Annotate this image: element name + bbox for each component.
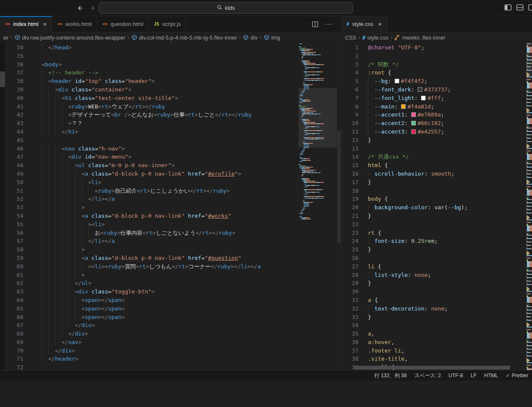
status-item-html[interactable]: HTML (481, 370, 502, 381)
code-line[interactable]: 15html { (341, 161, 526, 170)
status-item--2[interactable]: スペース: 2 (410, 370, 444, 381)
tab-index-html[interactable]: <>index.html× (0, 16, 52, 32)
split-editor-icon[interactable] (312, 21, 319, 28)
code-line[interactable]: 23rt { (341, 229, 526, 237)
code-line[interactable]: 52</li></a (5, 195, 299, 203)
code-line[interactable]: 13 (341, 145, 526, 153)
tab-style-css[interactable]: #style.css× (341, 16, 387, 32)
code-line[interactable]: 6--font_dark: #373737; (341, 85, 526, 94)
close-icon[interactable]: × (43, 21, 46, 27)
code-line[interactable]: 38<header id="top" class="header"> (5, 77, 299, 85)
code-line[interactable]: 31a { (341, 296, 526, 305)
code-line[interactable]: 36<body> (5, 60, 299, 69)
code-line[interactable]: 42>デザイナーって<br />どんなお<ruby>仕事<rt>しごと</rt>… (5, 111, 299, 119)
more-actions-icon[interactable]: ··· (325, 20, 333, 28)
code-line[interactable]: 35 (5, 52, 299, 60)
breadcrumb-item[interactable]: er (3, 34, 9, 41)
code-line[interactable]: 71</header> (5, 355, 299, 363)
code-line[interactable]: 44</h1> (5, 128, 299, 136)
minimap[interactable] (299, 43, 337, 370)
code-line[interactable]: 48<ul class="m-0 p-0 nav-inner"> (5, 161, 299, 170)
code-line[interactable]: 10--accent2: #66c192; (341, 119, 526, 128)
breadcrumb-item[interactable]: div (243, 34, 258, 41)
code-area-index-html[interactable]: 34</head>3536<body>37<!-- header -->38<h… (5, 43, 299, 370)
code-line[interactable]: 24font-size: 0.25rem; (341, 237, 526, 245)
code-line[interactable]: 32text-decoration: none; (341, 305, 526, 313)
toggle-panel-icon[interactable] (516, 4, 523, 13)
code-line[interactable]: 1@charset "UTF-8"; (341, 43, 526, 52)
code-line[interactable]: 65<span></span> (5, 305, 299, 313)
code-line[interactable]: 70</div> (5, 347, 299, 355)
tab-works-html[interactable]: <>works.html (52, 16, 97, 32)
code-line[interactable]: 38.site-title, (341, 355, 526, 363)
search-input[interactable]: kids (99, 2, 353, 14)
color-swatch[interactable] (395, 79, 399, 83)
code-line[interactable]: 43>？？ (5, 119, 299, 128)
breadcrumb-item[interactable]: div.row.justify-content-around.flex-wrap… (14, 34, 125, 41)
breadcrumb-item[interactable]: img (264, 34, 280, 41)
color-swatch[interactable] (411, 112, 416, 117)
status-item-utf-8[interactable]: UTF-8 (445, 370, 467, 381)
breadcrumb-item[interactable]: CSS (345, 34, 356, 41)
code-line[interactable]: 28list-style: none; (341, 271, 526, 279)
code-line[interactable]: 53> (5, 203, 299, 212)
code-line[interactable]: 29} (341, 279, 526, 287)
code-line[interactable]: 8--main: #f4a81d; (341, 102, 526, 111)
code-area-style-css[interactable]: 1@charset "UTF-8";23/* 関数 */4:root {5--b… (341, 43, 526, 370)
code-line[interactable]: 21} (341, 212, 526, 220)
breadcrumb-item[interactable]: #works .flex-inner (394, 34, 445, 41)
code-line[interactable]: 41<ruby>WEB<rt>ウェブ</rt></ruby (5, 102, 299, 111)
code-line[interactable]: 37.footer li, (341, 347, 526, 355)
code-line[interactable]: 64<span></span> (5, 296, 299, 305)
color-swatch[interactable] (418, 87, 422, 92)
color-swatch[interactable] (421, 96, 426, 100)
code-line[interactable]: 34</head> (5, 43, 299, 52)
code-line[interactable]: 18 (341, 187, 526, 195)
code-line[interactable]: 55><li> (5, 220, 299, 229)
code-line[interactable]: 72 (5, 363, 299, 370)
code-line[interactable]: 11--accent3: #e42557; (341, 128, 526, 136)
status-item-prettier[interactable]: ✓Prettier (502, 370, 532, 381)
color-swatch[interactable] (411, 129, 416, 134)
tab-question-html[interactable]: <>question.html (97, 16, 149, 32)
close-icon[interactable]: × (378, 21, 381, 27)
code-line[interactable]: 61> (5, 271, 299, 279)
editor-left[interactable]: 34</head>3536<body>37<!-- header -->38<h… (0, 43, 341, 370)
code-line[interactable]: 7--font_light: #fff; (341, 94, 526, 102)
code-line[interactable]: 66<span></span> (5, 313, 299, 322)
tab-script-js[interactable]: JSscript.js (149, 16, 186, 32)
code-line[interactable]: 54<a class="d-block p-0 nav-link" href="… (5, 212, 299, 220)
code-line[interactable]: 67</div> (5, 321, 299, 330)
code-line[interactable]: 56お<ruby>仕事内容<rt>しごとないよう</rt></ruby> (5, 229, 299, 237)
code-line[interactable]: 4:root { (341, 68, 526, 77)
scrollbar-thumb[interactable] (337, 130, 341, 243)
code-line[interactable]: 57</li></a (5, 237, 299, 245)
back-arrow-icon[interactable] (76, 4, 83, 12)
vertical-scrollbar[interactable] (337, 43, 341, 370)
code-line[interactable]: 22 (341, 220, 526, 229)
code-line[interactable]: 36a:hover, (341, 338, 526, 347)
code-line[interactable]: 37<!-- header --> (5, 68, 299, 77)
code-line[interactable]: 3/* 関数 */ (341, 60, 526, 69)
code-line[interactable]: 33} (341, 313, 526, 322)
code-line[interactable]: 17} (341, 178, 526, 187)
toggle-secondary-sidebar-icon[interactable] (528, 4, 532, 13)
status-item--132-38[interactable]: 行 132、列 38 (370, 370, 410, 381)
code-line[interactable]: 51<ruby>自己紹介<rt>じこしょうかい</rt></ruby> (5, 187, 299, 195)
code-line[interactable]: 69</nav> (5, 338, 299, 347)
color-swatch[interactable] (411, 121, 416, 125)
code-line[interactable]: 60><li><ruby>質問<rt>しつもん</rt>コーナー</ruby><… (5, 262, 299, 271)
code-line[interactable]: 35a, (341, 330, 526, 338)
code-line[interactable]: 45 (5, 136, 299, 145)
code-line[interactable]: 34 (341, 321, 526, 330)
code-line[interactable]: 63<div class="toggle-btn"> (5, 287, 299, 296)
code-line[interactable]: 16scroll-behavior: smooth; (341, 170, 526, 178)
code-line[interactable]: 30 (341, 287, 526, 296)
code-line[interactable]: 27li { (341, 262, 526, 271)
code-line[interactable]: 50<li> (5, 178, 299, 187)
horizontal-scrollbar-thumb[interactable] (353, 366, 510, 370)
minimap-right[interactable] (526, 43, 532, 370)
code-line[interactable]: 49<a class="d-block p-0 nav-link" href="… (5, 170, 299, 178)
code-line[interactable]: 58> (5, 245, 299, 254)
forward-arrow-icon[interactable] (89, 4, 97, 12)
